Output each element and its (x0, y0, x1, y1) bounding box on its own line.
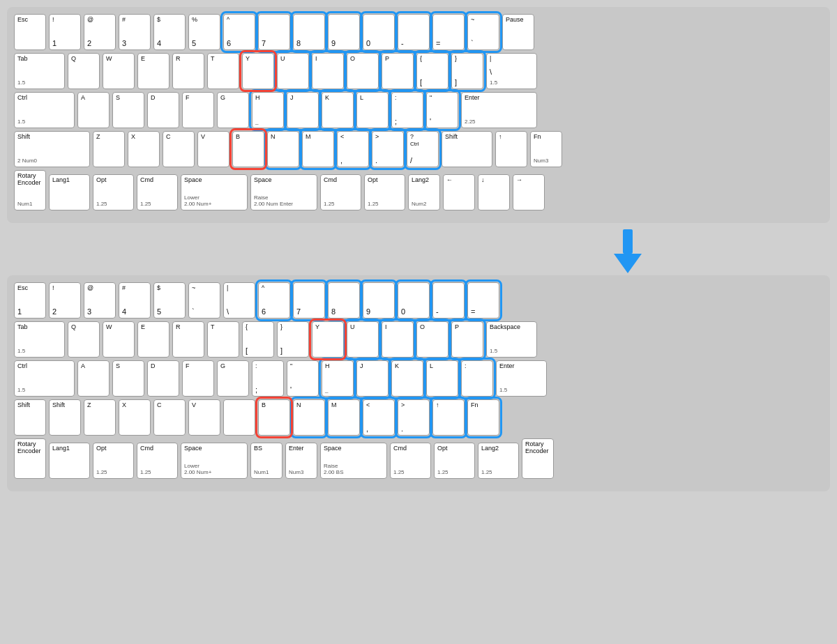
key-j[interactable]: J (287, 92, 319, 128)
key-c[interactable]: C (163, 131, 195, 167)
bot-key-k[interactable]: K (391, 360, 423, 397)
bot-key-w[interactable]: W (103, 321, 135, 358)
bot-key-rotary-left[interactable]: RotaryEncoder (14, 438, 46, 479)
key-backslash[interactable]: |\1.5 (486, 53, 537, 89)
key-z[interactable]: Z (93, 131, 125, 167)
bot-key-backspace[interactable]: Backspace1.5 (486, 321, 537, 358)
bot-key-rbrace[interactable]: }] (277, 321, 309, 358)
key-quote[interactable]: "' (426, 92, 458, 128)
bot-key-fn[interactable]: Fn (467, 399, 499, 436)
bot-key-tab[interactable]: Tab1.5 (14, 321, 65, 358)
key-lang1[interactable]: Lang1 (49, 174, 90, 210)
bot-key-4[interactable]: $5 (153, 282, 186, 319)
bot-key-m[interactable]: M (328, 399, 360, 436)
bot-key-gt[interactable]: >. (398, 399, 430, 436)
bot-key-j[interactable]: J (356, 360, 389, 397)
key-v[interactable]: V (197, 131, 229, 167)
key-equal[interactable]: = (432, 14, 465, 50)
key-m[interactable]: M (302, 131, 334, 167)
bot-key-enter[interactable]: Enter1.5 (496, 360, 547, 397)
key-shift-right[interactable]: Shift (442, 131, 492, 167)
key-t[interactable]: T (207, 53, 239, 89)
key-down[interactable]: ↓ (478, 174, 510, 210)
bot-key-a[interactable]: A (77, 360, 110, 397)
bot-key-colon[interactable]: :; (252, 360, 284, 397)
key-space-raise[interactable]: SpaceRaise2.00 Num Enter (250, 174, 317, 210)
bot-key-s[interactable]: S (112, 360, 144, 397)
key-6[interactable]: ^6 (223, 14, 255, 50)
bot-key-ctrl[interactable]: Ctrl1.5 (14, 360, 75, 397)
bot-key-space-raise[interactable]: SpaceRaise2.00 BS (320, 443, 387, 479)
key-semicolon[interactable]: :; (391, 92, 423, 128)
bot-key-o[interactable]: O (416, 321, 448, 358)
key-rbracket[interactable]: }] (451, 53, 483, 89)
key-p[interactable]: P (382, 53, 414, 89)
key-shift-left[interactable]: Shift2 Num0 (14, 131, 90, 167)
key-r[interactable]: R (172, 53, 204, 89)
key-l[interactable]: L (356, 92, 389, 128)
key-f[interactable]: F (182, 92, 214, 128)
key-8[interactable]: 8 (293, 14, 325, 50)
bot-key-7[interactable]: 7 (293, 282, 325, 319)
key-slash[interactable]: ?Ctrl/ (407, 131, 439, 167)
key-a[interactable]: A (77, 92, 110, 128)
bot-key-r[interactable]: R (172, 321, 204, 358)
bot-key-bs[interactable]: BSNum1 (250, 443, 282, 479)
key-g[interactable]: G (217, 92, 249, 128)
bot-key-cmd-right[interactable]: Cmd1.25 (390, 443, 431, 479)
key-n[interactable]: N (267, 131, 299, 167)
bot-key-equal[interactable]: = (467, 282, 499, 319)
key-fn[interactable]: FnNum3 (530, 131, 562, 167)
key-pause[interactable]: Pause (502, 14, 534, 50)
key-9[interactable]: 9 (328, 14, 360, 50)
bot-key-2[interactable]: @3 (84, 282, 116, 319)
key-2[interactable]: @2 (84, 14, 116, 50)
key-i[interactable]: I (312, 53, 344, 89)
key-opt-left[interactable]: Opt1.25 (93, 174, 134, 210)
key-7[interactable]: 7 (258, 14, 290, 50)
key-b[interactable]: B (232, 131, 264, 167)
bot-key-v[interactable]: V (188, 399, 220, 436)
bot-key-n[interactable]: N (293, 399, 325, 436)
key-q[interactable]: Q (68, 53, 100, 89)
bot-key-h[interactable]: H_ (322, 360, 354, 397)
bot-key-3[interactable]: #4 (119, 282, 151, 319)
key-cmd-left[interactable]: Cmd1.25 (137, 174, 178, 210)
key-w[interactable]: W (103, 53, 135, 89)
bot-key-x[interactable]: X (119, 399, 151, 436)
bot-key-u[interactable]: U (347, 321, 379, 358)
bot-key-enter2[interactable]: EnterNum3 (285, 443, 317, 479)
bot-key-6[interactable]: ^6 (258, 282, 290, 319)
bot-key-tilde[interactable]: ~` (188, 282, 220, 319)
key-cmd-right[interactable]: Cmd1.25 (320, 174, 361, 210)
bot-key-q[interactable]: Q (68, 321, 100, 358)
key-lang2[interactable]: Lang2Num2 (408, 174, 440, 210)
key-left[interactable]: ← (443, 174, 475, 210)
bot-key-y[interactable]: Y (312, 321, 344, 358)
key-up[interactable]: ↑ (495, 131, 527, 167)
bot-key-b[interactable]: B (258, 399, 290, 436)
key-comma[interactable]: <, (337, 131, 369, 167)
key-minus[interactable]: - (398, 14, 430, 50)
bot-key-g[interactable]: G (217, 360, 249, 397)
key-e[interactable]: E (137, 53, 169, 89)
key-1[interactable]: !1 (49, 14, 81, 50)
key-tab[interactable]: Tab1.5 (14, 53, 65, 89)
bot-key-lbrace[interactable]: {[ (242, 321, 274, 358)
key-x[interactable]: X (128, 131, 160, 167)
bot-key-shift-left2[interactable]: Shift (49, 399, 81, 436)
bot-key-up2[interactable]: ↑ (432, 399, 465, 436)
bot-key-lang2[interactable]: Lang21.25 (478, 443, 519, 479)
bot-key-rotary-right[interactable]: RotaryEncoder (522, 438, 554, 479)
key-space-lower[interactable]: SpaceLower2.00 Num+ (181, 174, 248, 210)
bot-key-quote2[interactable]: "' (287, 360, 319, 397)
bot-key-minus[interactable]: - (432, 282, 465, 319)
key-0[interactable]: 0 (363, 14, 395, 50)
bot-key-p[interactable]: P (451, 321, 483, 358)
bot-key-e[interactable]: E (137, 321, 169, 358)
bot-key-cmd-left[interactable]: Cmd1.25 (137, 443, 178, 479)
bot-key-esc[interactable]: Esc1 (14, 282, 46, 319)
key-d[interactable]: D (147, 92, 179, 128)
bot-key-space-lower[interactable]: SpaceLower2.00 Num+ (181, 443, 248, 479)
bot-key-9[interactable]: 9 (363, 282, 395, 319)
